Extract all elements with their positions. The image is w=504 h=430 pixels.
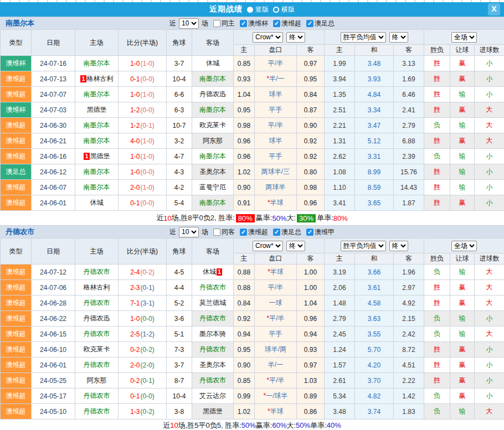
same-venue-checkbox[interactable]: 同主: [209, 19, 235, 28]
league-filter-1[interactable]: 澳维超: [269, 19, 301, 28]
away-team-cell: 丹德农市: [192, 280, 234, 296]
fulltime-score: 1-0: [130, 168, 140, 176]
fulltime-score: 1-3: [130, 408, 140, 416]
result-cell: 胜: [424, 342, 450, 358]
same-venue-checkbox-input[interactable]: [213, 20, 220, 27]
summary-segment: 80%: [236, 214, 255, 222]
odds-time-select[interactable]: 终: [286, 241, 305, 251]
date-cell: 24-07-07: [32, 87, 75, 102]
subcolumn-header: 客: [297, 45, 325, 56]
fulltime-score: 1-2: [130, 106, 140, 114]
goals-result-cell: 大: [475, 280, 504, 296]
away-odds-cell: 0.94: [297, 327, 325, 342]
league-filter-input-0[interactable]: [240, 229, 247, 236]
scope-select[interactable]: 全场: [451, 241, 477, 251]
avg-draw-cell: 3.55: [355, 327, 394, 342]
match-row: 澳维超24-06-07南墨尔本2-0(1-0)4-2蓝曼宁厄0.90两球半0.9…: [1, 180, 504, 195]
home-team-cell: 丹德农市: [75, 265, 119, 280]
league-filter-2[interactable]: 澳维甲: [302, 227, 335, 237]
close-icon[interactable]: X: [488, 3, 500, 15]
column-header: 比分(半场): [119, 30, 167, 56]
away-team-cell: 南墨尔本: [192, 102, 234, 118]
away-odds-cell: 0.87: [297, 102, 325, 118]
league-filter-input-2[interactable]: [306, 229, 313, 236]
summary-segment: 40%: [327, 421, 341, 429]
scope-select[interactable]: 全场: [451, 32, 477, 43]
league-filter-input-1[interactable]: [273, 229, 280, 236]
handicap-line-cell: 半/一: [255, 358, 297, 373]
match-row: 澳维杯24-07-16南墨尔本1-0(1-0)3-7休城0.85平/半0.971…: [1, 56, 504, 71]
home-odds-cell: 0.85: [234, 373, 255, 388]
team-name-text: 丹德农市: [199, 345, 226, 353]
score-cell: 0-2(0-2): [119, 342, 167, 358]
match-row: 澳维超24-06-161黑德堡1-0(1-0)4-7南墨尔本0.96平手0.92…: [1, 149, 504, 164]
radio-unselected-icon[interactable]: [273, 7, 279, 13]
odds-company-select[interactable]: Crow*: [253, 32, 283, 43]
team-section-1: 丹德农市近10场同客澳维超澳足总澳维甲类型日期主场比分(半场)角球客场Crow*…: [0, 225, 504, 430]
avg-draw-cell: 3.31: [355, 149, 394, 164]
subcolumn-header: 客: [394, 253, 424, 265]
league-badge: 澳足总: [1, 164, 32, 180]
away-team-cell: 黑德堡: [192, 404, 234, 419]
score-cell: 0-1(0-0): [119, 71, 167, 87]
avg-home-cell: 3.48: [325, 404, 355, 419]
fulltime-score: 0-1: [130, 199, 140, 207]
team-name-text: 丹德农市: [199, 283, 226, 291]
league-filter-2[interactable]: 澳足总: [302, 19, 335, 28]
avg-time-select[interactable]: 终: [389, 32, 408, 43]
fulltime-score: 2-0: [130, 361, 140, 369]
avg-draw-cell: 5.70: [355, 342, 394, 358]
goals-result-cell: 小: [475, 149, 504, 164]
corners-cell: 4-5: [167, 265, 192, 280]
date-cell: 24-06-30: [32, 118, 75, 133]
league-filter-input-1[interactable]: [273, 20, 280, 27]
league-filter-input-0[interactable]: [240, 20, 247, 27]
league-filter-0[interactable]: 澳维杯: [236, 19, 268, 28]
away-odds-cell: 0.96: [297, 311, 325, 327]
handicap-result-cell: 赢: [450, 195, 475, 211]
league-filter-1[interactable]: 澳足总: [269, 227, 301, 237]
team-name-text: 休城: [203, 268, 216, 276]
handicap-line-cell: 平/半: [255, 118, 297, 133]
avg-type-select[interactable]: 胜平负均值: [341, 241, 386, 251]
away-odds-cell: 0.97: [297, 358, 325, 373]
handicap-line-cell: *一/球半: [255, 388, 297, 404]
handicap-line-text: 球半/两: [265, 345, 286, 353]
column-header: 客场: [192, 30, 234, 56]
results-table: 类型日期主场比分(半场)角球客场Crow*终胜平负均值终全场主盘口客主和客胜负让…: [0, 238, 504, 419]
same-venue-checkbox[interactable]: 同客: [209, 227, 235, 237]
result-cell: 胜: [424, 102, 450, 118]
halftime-score: (1-2): [141, 330, 155, 338]
handicap-line-text: 球半: [269, 90, 282, 98]
away-odds-cell: 0.92: [297, 133, 325, 149]
fulltime-score: 1-0: [130, 153, 140, 160]
avg-type-select[interactable]: 胜平负均值: [341, 32, 386, 43]
fulltime-score: 1-0: [130, 91, 140, 99]
home-team-cell: 丹德农市: [75, 404, 119, 419]
layout-radio-vertical[interactable]: 竖版: [247, 5, 269, 14]
away-odds-cell: 1.04: [297, 296, 325, 311]
avg-time-select[interactable]: 终: [389, 241, 408, 251]
avg-home-cell: 3.19: [325, 265, 355, 280]
handicap-line-cell: 球半/两: [255, 342, 297, 358]
summary-segment: 近: [156, 213, 163, 223]
avg-away-cell: 1.69: [394, 71, 424, 87]
summary-segment: 场,胜5平0负5, 胜率:: [178, 421, 241, 430]
layout-radio-horizontal[interactable]: 横版: [273, 5, 295, 14]
goals-result-cell: 大: [475, 404, 504, 419]
league-filter-0[interactable]: 澳维超: [236, 227, 268, 237]
date-cell: 24-06-10: [32, 342, 75, 358]
handicap-line-cell: *半球: [255, 265, 297, 280]
matches-count-select[interactable]: 10: [179, 18, 199, 29]
subcolumn-header: 主: [325, 45, 355, 56]
matches-count-select[interactable]: 10: [179, 227, 199, 237]
same-venue-checkbox-input[interactable]: [213, 229, 220, 236]
radio-selected-icon[interactable]: [247, 7, 253, 13]
home-odds-cell: 0.88: [234, 280, 255, 296]
odds-time-select[interactable]: 终: [286, 32, 305, 43]
odds-company-select[interactable]: Crow*: [253, 241, 283, 251]
radio-vertical-label: 竖版: [255, 5, 269, 14]
column-header: 角球: [167, 30, 192, 56]
league-filter-input-2[interactable]: [306, 20, 313, 27]
goals-result-cell: 小: [475, 164, 504, 180]
